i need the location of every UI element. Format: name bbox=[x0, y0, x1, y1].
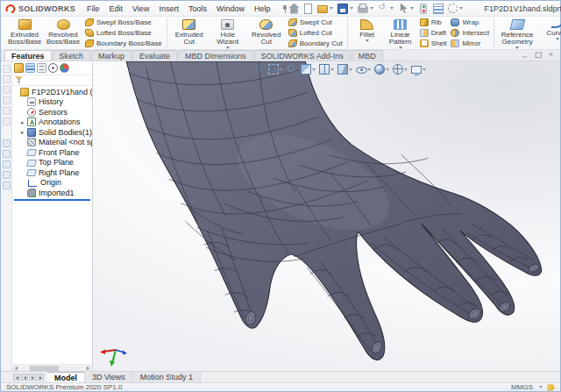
tree-item[interactable]: Sensors bbox=[12, 107, 92, 118]
ribbon-button[interactable]: Lofted Cut bbox=[287, 28, 344, 38]
view-tool-button[interactable] bbox=[287, 64, 297, 75]
tree-item[interactable]: Origin bbox=[12, 178, 92, 189]
quick-access-button[interactable] bbox=[287, 3, 301, 15]
dropdown-caret-icon[interactable] bbox=[423, 68, 426, 71]
dropdown-caret-icon[interactable] bbox=[312, 68, 316, 71]
command-tab[interactable]: Sketch bbox=[53, 50, 91, 61]
scroll-right-icon[interactable] bbox=[85, 366, 91, 371]
view-tool-button[interactable] bbox=[254, 64, 265, 75]
menu-item[interactable]: Help bbox=[250, 4, 275, 14]
view-tool-button[interactable] bbox=[356, 64, 371, 75]
docked-tool-icon[interactable] bbox=[3, 182, 11, 189]
document-tab[interactable]: 3D Views bbox=[85, 372, 133, 382]
scroll-thumb[interactable] bbox=[30, 366, 59, 371]
command-tab[interactable]: Features bbox=[4, 50, 52, 61]
ribbon-button[interactable]: Intersect bbox=[449, 28, 491, 38]
tree-item[interactable]: Front Plane bbox=[12, 147, 92, 158]
doc-restore-icon[interactable] bbox=[535, 52, 541, 58]
ribbon-button[interactable]: Revolved Cut bbox=[247, 18, 286, 49]
tag-icon[interactable] bbox=[547, 384, 555, 391]
expander-icon[interactable] bbox=[21, 129, 27, 135]
dropdown-caret-icon[interactable] bbox=[330, 7, 333, 10]
tab-next-icon[interactable] bbox=[29, 374, 36, 381]
view-tool-button[interactable] bbox=[337, 64, 352, 75]
command-tab[interactable]: MBD Dimensions bbox=[178, 50, 253, 61]
displaymanager-tab-icon[interactable] bbox=[60, 63, 69, 73]
graphics-viewport[interactable] bbox=[93, 61, 560, 371]
menu-item[interactable]: Edit bbox=[105, 4, 128, 14]
expander-icon[interactable] bbox=[21, 119, 27, 125]
menu-item[interactable]: Tools bbox=[184, 4, 211, 14]
ribbon-button[interactable]: Swept Boss/Base bbox=[83, 18, 164, 27]
ribbon-button[interactable]: Curves bbox=[537, 18, 561, 49]
view-tool-button[interactable] bbox=[393, 64, 408, 75]
ribbon-button[interactable]: Extruded Cut bbox=[170, 18, 209, 49]
quick-access-button[interactable] bbox=[376, 3, 395, 15]
docked-tool-icon[interactable] bbox=[3, 160, 11, 168]
dropdown-caret-icon[interactable] bbox=[404, 68, 408, 71]
quick-access-button[interactable] bbox=[356, 4, 375, 14]
tab-prev-icon[interactable] bbox=[21, 374, 28, 381]
menu-item[interactable]: Insert bbox=[154, 4, 183, 14]
ribbon-button[interactable]: Rib bbox=[418, 18, 449, 27]
command-tab[interactable]: SOLIDWORKS Add-Ins bbox=[254, 50, 351, 61]
dropdown-caret-icon[interactable] bbox=[350, 7, 353, 10]
doc-close-icon[interactable] bbox=[548, 52, 554, 58]
tab-last-icon[interactable] bbox=[37, 374, 44, 381]
dropdown-caret-icon[interactable] bbox=[370, 7, 373, 10]
quick-access-button[interactable] bbox=[396, 3, 415, 15]
quick-access-button[interactable] bbox=[302, 3, 315, 15]
ribbon-button[interactable]: Reference Geometry bbox=[497, 18, 537, 49]
view-tool-button[interactable] bbox=[411, 65, 426, 74]
view-tool-button[interactable] bbox=[301, 64, 316, 75]
dimxpert-tab-icon[interactable] bbox=[48, 63, 58, 73]
docked-tool-icon[interactable] bbox=[3, 107, 11, 115]
quick-access-button[interactable] bbox=[336, 3, 355, 15]
command-tab[interactable]: MBD bbox=[352, 50, 383, 61]
ribbon-button[interactable]: Shell bbox=[418, 39, 449, 48]
tree-root-row[interactable]: F1P2D1V1hand (Default<<C bbox=[12, 87, 92, 97]
docked-tool-icon[interactable] bbox=[3, 118, 11, 125]
command-tab[interactable]: Evaluate bbox=[132, 50, 177, 61]
tree-item[interactable]: Material <not specified> bbox=[12, 138, 92, 148]
ribbon-button[interactable]: Linear Pattern bbox=[384, 18, 417, 49]
dropdown-caret-icon[interactable] bbox=[390, 7, 394, 10]
tree-item[interactable]: Annotations bbox=[12, 118, 92, 128]
ribbon-button[interactable]: Swept Cut bbox=[287, 18, 344, 27]
featuremanager-tab-icon[interactable] bbox=[25, 63, 35, 73]
hand-model[interactable] bbox=[93, 61, 560, 371]
ribbon-button[interactable]: Revolved Boss/Base bbox=[44, 18, 82, 49]
tree-item[interactable]: Right Plane bbox=[12, 167, 92, 178]
menu-item[interactable]: File bbox=[82, 4, 104, 14]
dropdown-caret-icon[interactable] bbox=[459, 7, 463, 10]
unit-system[interactable]: MMGS bbox=[511, 383, 533, 391]
dropdown-caret-icon[interactable] bbox=[280, 68, 283, 71]
tree-item[interactable]: Solid Bodies(1) bbox=[12, 127, 92, 138]
docked-tool-icon[interactable] bbox=[3, 86, 11, 94]
dropdown-caret-icon[interactable] bbox=[367, 68, 371, 71]
quick-access-button[interactable] bbox=[316, 3, 335, 14]
dropdown-caret-icon[interactable] bbox=[410, 7, 414, 10]
docked-tool-icon[interactable] bbox=[3, 75, 11, 83]
tab-first-icon[interactable] bbox=[13, 374, 20, 381]
quick-access-button[interactable] bbox=[446, 3, 465, 14]
filter-icon[interactable] bbox=[15, 76, 23, 84]
view-tool-button[interactable] bbox=[319, 64, 334, 75]
rollback-bar[interactable] bbox=[14, 199, 90, 201]
ribbon-button[interactable]: Fillet bbox=[351, 18, 384, 49]
tree-item[interactable]: Top Plane bbox=[12, 158, 92, 168]
scroll-left-icon[interactable] bbox=[13, 366, 19, 371]
units-caret-icon[interactable] bbox=[539, 386, 543, 388]
docked-tool-icon[interactable] bbox=[3, 150, 11, 158]
menu-item[interactable]: Window bbox=[212, 4, 249, 14]
view-tool-button[interactable] bbox=[374, 64, 389, 75]
tree-item[interactable]: Imported1 bbox=[12, 188, 92, 198]
dropdown-caret-icon[interactable] bbox=[386, 68, 389, 71]
tree-item[interactable]: History bbox=[12, 97, 92, 108]
docked-tool-icon[interactable] bbox=[3, 96, 11, 104]
ribbon-button[interactable]: Hole Wizard bbox=[209, 18, 247, 49]
ribbon-button[interactable]: Boundary Cut bbox=[287, 39, 344, 48]
ribbon-button[interactable]: Extruded Boss/Base bbox=[5, 18, 44, 49]
dropdown-caret-icon[interactable] bbox=[330, 68, 334, 71]
doc-minimize-icon[interactable] bbox=[522, 52, 528, 58]
